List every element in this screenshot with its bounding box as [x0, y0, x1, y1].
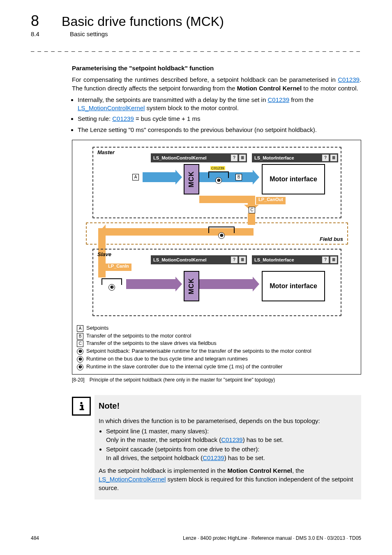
legend-marker-3: ❸	[77, 364, 83, 370]
help-icon[interactable]: ?	[322, 154, 329, 162]
header-ls-motorinterface: LS_MotorInterface ? ≣	[252, 153, 338, 162]
legend-text: Setpoints	[86, 324, 108, 332]
chapter-title: Basic drive functions (MCK)	[62, 14, 224, 29]
help-icon[interactable]: ?	[231, 154, 238, 162]
tag-c01239: C01239	[210, 166, 225, 170]
header-ls-mck-slave: LS_MotionControlKernel ? ≣	[151, 255, 247, 264]
svg-rect-3	[80, 409, 84, 410]
text: Internally, the setpoints are transmitte…	[78, 96, 267, 103]
note-block: Note! In which drives the function is to…	[72, 395, 361, 500]
link-ls-motioncontrolkernel[interactable]: LS_MotionControlKernel	[78, 104, 145, 111]
arrow-setpoints-to-mck	[143, 172, 175, 182]
label-lp-canin: LP_CanIn	[106, 264, 131, 271]
legend-marker-1: ❶	[77, 348, 83, 355]
text: Setting rule:	[78, 115, 112, 122]
time-segment-2: ❷	[208, 227, 235, 233]
list-icon[interactable]: ≣	[239, 154, 246, 162]
link-c01239[interactable]: C01239	[267, 96, 289, 103]
text: Setpoint cascade (setpoints from one dri…	[106, 446, 260, 453]
marker-c: C	[249, 207, 255, 213]
text: Only in the master, the setpoint holdbac…	[106, 436, 221, 443]
link-c01239[interactable]: C01239	[112, 115, 134, 122]
footer-meta: Lenze · 8400 protec HighLine · Reference…	[183, 535, 361, 541]
header-text: LS_MotionControlKernel	[153, 257, 207, 262]
link-c01239[interactable]: C01239	[221, 436, 243, 443]
legend-marker-a: A	[77, 325, 83, 332]
arrow-to-canout-h	[199, 196, 253, 203]
legend-marker-b: B	[77, 333, 83, 340]
legend-marker-c: C	[77, 340, 83, 347]
label-lp-canout: LP_CanOut	[256, 197, 286, 204]
link-ls-motioncontrolkernel[interactable]: LS_MotionControlKernel	[99, 476, 166, 483]
arrow-slave-to-mck	[126, 279, 175, 289]
diagram: Master LS_MotionControlKernel ? ≣ LS_Mot…	[85, 144, 348, 321]
text: As the setpoint holdback is implemented …	[99, 467, 228, 474]
marker-b: B	[235, 174, 242, 180]
header-ls-motorinterface-slave: LS_MotorInterface ? ≣	[252, 255, 338, 264]
marker-2: ❷	[218, 232, 225, 239]
time-segment-1: ❶	[208, 171, 229, 178]
text: Setpoint line (1 master, many slaves):	[106, 428, 209, 435]
link-c01239[interactable]: C01239	[203, 454, 224, 461]
text-bold: Motion Control Kernel	[237, 85, 302, 92]
paragraph-intro: For compensating the runtimes described …	[72, 76, 361, 92]
section-title: Basic settings	[70, 30, 108, 37]
figure-number: [8-20]	[72, 377, 85, 383]
page-number: 484	[31, 535, 39, 541]
legend-text: Runtime on the bus due to the bus cycle …	[86, 355, 248, 363]
label-fieldbus: Field bus	[320, 236, 343, 242]
link-c01239[interactable]: C01239	[338, 76, 360, 83]
divider: _ _ _ _ _ _ _ _ _ _ _ _ _ _ _ _ _ _ _ _ …	[31, 45, 361, 52]
block-mck: MCK	[184, 164, 199, 194]
legend-text: Runtime in the slave controller due to t…	[86, 363, 283, 371]
list-icon[interactable]: ≣	[330, 154, 337, 162]
arrow-slave-in-v	[98, 261, 106, 278]
header-ls-mck: LS_MotionControlKernel ? ≣	[151, 153, 247, 162]
list-icon[interactable]: ≣	[330, 256, 337, 264]
marker-1: ❶	[215, 177, 222, 184]
text: , the	[292, 467, 304, 474]
figure-caption: [8-20] Principle of the setpoint holdbac…	[72, 377, 361, 383]
text: ) has to be set.	[243, 436, 284, 443]
text: = bus cycle time + 1 ms	[134, 115, 201, 122]
legend-text: Setpoint holdback: Parameterisable runti…	[86, 347, 311, 355]
bullet-1: Internally, the setpoints are transmitte…	[78, 96, 361, 113]
list-icon[interactable]: ≣	[239, 256, 246, 264]
heading-parameterising: Parameterising the "setpoint holdback" f…	[72, 64, 361, 72]
arrow-fieldbus-in	[248, 213, 255, 225]
text: from the	[289, 96, 314, 103]
figure-caption-text: Principle of the setpoint holdback (here…	[90, 377, 275, 383]
legend-marker-2: ❷	[77, 356, 83, 363]
info-icon	[72, 397, 91, 416]
chapter-number: 8	[31, 12, 39, 30]
note-title: Note!	[99, 400, 355, 412]
legend-text: Transfer of the setpoints to the motor c…	[86, 332, 191, 340]
section-number: 8.4	[31, 30, 47, 37]
help-icon[interactable]: ?	[231, 256, 238, 264]
text: system block to the motor control.	[145, 104, 238, 111]
text-bold: Motion Control Kernel	[228, 467, 293, 474]
block-mck-slave: MCK	[184, 271, 199, 301]
block-motor-interface-slave: Motor interface	[262, 271, 325, 301]
label-master: Master	[97, 149, 115, 155]
header-text: LS_MotionControlKernel	[153, 155, 207, 160]
svg-point-0	[80, 402, 82, 404]
block-motor-interface: Motor interface	[262, 164, 325, 194]
marker-a: A	[132, 174, 139, 180]
bullet-3: The Lenze setting "0 ms" corresponds to …	[78, 126, 361, 134]
note-outro: As the setpoint holdback is implemented …	[99, 466, 355, 492]
text: For compensating the runtimes described …	[72, 76, 338, 83]
text: to the motor control.	[302, 85, 358, 92]
help-icon[interactable]: ?	[322, 256, 329, 264]
marker-3: ❸	[108, 284, 115, 291]
arrow-slave-mck-to-motor	[199, 279, 253, 289]
time-segment-3: ❸	[101, 278, 122, 285]
text: In all drives, the setpoint holdback (	[106, 454, 203, 461]
figure-box: Master LS_MotionControlKernel ? ≣ LS_Mot…	[72, 140, 361, 375]
header-text: LS_MotorInterface	[254, 257, 294, 262]
arrow-to-canout-v	[248, 196, 255, 205]
header-text: LS_MotorInterface	[254, 155, 294, 160]
text: ) has to be set.	[224, 454, 265, 461]
figure-legend: ASetpoints BTransfer of the setpoints to…	[76, 324, 357, 371]
bullet-2: Setting rule: C01239 = bus cycle time + …	[78, 115, 361, 123]
